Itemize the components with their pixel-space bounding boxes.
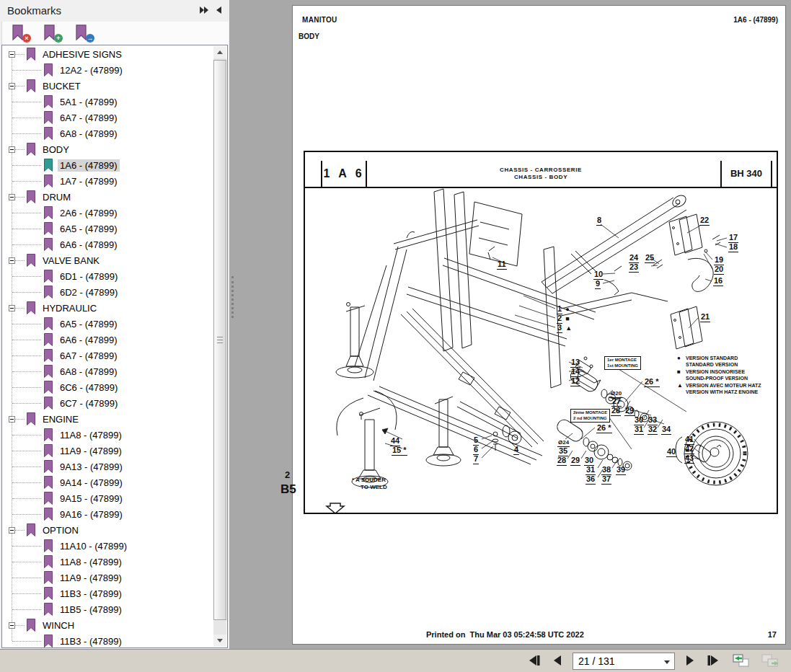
- bookmark-label[interactable]: 11A8 - (47899): [58, 556, 124, 568]
- bookmark-label[interactable]: OPTION: [40, 524, 81, 536]
- bookmark-label[interactable]: 9A13 - (47899): [58, 461, 125, 473]
- tree-scrollbar[interactable]: [213, 46, 226, 647]
- collapse-box-icon[interactable]: [9, 416, 15, 423]
- bookmark-label[interactable]: 11A9 - (47899): [58, 445, 124, 457]
- bookmark-label[interactable]: 11A8 - (47899): [58, 429, 124, 441]
- bookmark-label[interactable]: 6A5 - (47899): [58, 318, 120, 330]
- bookmark-item-row[interactable]: 6C7 - (47899): [2, 395, 213, 411]
- bookmark-section-row[interactable]: ENGINE: [2, 411, 213, 427]
- bookmark-label[interactable]: 11B5 - (47899): [58, 604, 124, 616]
- first-page-icon[interactable]: [525, 653, 544, 670]
- bookmark-item-row[interactable]: 6A5 - (47899): [2, 221, 213, 236]
- history-forward-icon[interactable]: [759, 653, 780, 670]
- history-back-icon[interactable]: [730, 653, 751, 670]
- bookmark-label[interactable]: 6A7 - (47899): [58, 350, 120, 362]
- scroll-up-icon[interactable]: [213, 46, 226, 58]
- bookmark-label[interactable]: 1A6 - (47899): [58, 159, 120, 172]
- bookmark-item-row[interactable]: 6A8 - (47899): [2, 125, 213, 141]
- bookmark-label[interactable]: BODY: [40, 143, 71, 156]
- bookmark-section-row[interactable]: BUCKET: [2, 78, 213, 94]
- bookmark-label[interactable]: 1A7 - (47899): [58, 175, 120, 187]
- bookmark-label[interactable]: 6A6 - (47899): [58, 239, 120, 251]
- bookmark-item-row[interactable]: 11A8 - (47899): [2, 554, 213, 570]
- collapse-all-icon[interactable]: [198, 5, 211, 17]
- bookmark-label[interactable]: 9A15 - (47899): [58, 492, 125, 505]
- bookmark-item-row[interactable]: 6A6 - (47899): [2, 236, 213, 252]
- bookmark-label[interactable]: 11B3 - (47899): [58, 588, 124, 600]
- hide-sidebar-icon[interactable]: [212, 5, 225, 17]
- bookmark-item-row[interactable]: 11A8 - (47899): [2, 427, 213, 443]
- bookmark-label[interactable]: 6A7 - (47899): [58, 112, 120, 124]
- bookmark-label[interactable]: WINCH: [40, 619, 76, 632]
- delete-bookmark-icon[interactable]: ×: [11, 24, 31, 43]
- bookmark-label[interactable]: 11B3 - (47899): [58, 635, 124, 647]
- bookmark-item-row[interactable]: 1A6 - (47899): [2, 157, 213, 173]
- bookmark-section-row[interactable]: WINCH: [2, 617, 213, 633]
- collapse-box-icon[interactable]: [9, 146, 15, 153]
- last-page-icon[interactable]: [704, 653, 722, 670]
- bookmark-item-row[interactable]: 9A15 - (47899): [2, 490, 213, 506]
- bookmark-item-row[interactable]: 11B3 - (47899): [2, 633, 213, 648]
- bookmark-section-row[interactable]: DRUM: [2, 189, 213, 205]
- bookmark-label[interactable]: 6C6 - (47899): [58, 381, 120, 394]
- bookmark-label[interactable]: ENGINE: [40, 413, 81, 425]
- bookmark-label[interactable]: VALVE BANK: [40, 255, 102, 267]
- scrollbar-thumb[interactable]: [213, 60, 226, 620]
- collapse-box-icon[interactable]: [9, 51, 15, 58]
- bookmark-item-row[interactable]: 6D2 - (47899): [2, 284, 213, 300]
- bookmark-item-row[interactable]: 6D1 - (47899): [2, 268, 213, 284]
- add-bookmark-icon[interactable]: +: [43, 24, 63, 43]
- collapse-box-icon[interactable]: [9, 305, 15, 311]
- collapse-box-icon[interactable]: [9, 527, 15, 534]
- previous-page-icon[interactable]: [549, 653, 567, 670]
- bookmark-label[interactable]: 5A1 - (47899): [58, 96, 120, 108]
- bookmark-section-row[interactable]: BODY: [2, 141, 213, 157]
- bookmark-item-row[interactable]: 5A1 - (47899): [2, 94, 213, 110]
- bookmark-section-row[interactable]: HYDRAULIC: [2, 300, 213, 316]
- bookmark-item-row[interactable]: 9A14 - (47899): [2, 474, 213, 490]
- bookmark-item-row[interactable]: 6A7 - (47899): [2, 110, 213, 125]
- bookmark-item-row[interactable]: 1A7 - (47899): [2, 173, 213, 189]
- bookmark-label[interactable]: 6A6 - (47899): [58, 334, 120, 346]
- bookmark-item-row[interactable]: 2A6 - (47899): [2, 205, 213, 221]
- bookmark-label[interactable]: 11A10 - (47899): [58, 540, 129, 552]
- collapse-box-icon[interactable]: [9, 622, 15, 629]
- bookmark-label[interactable]: 9A14 - (47899): [58, 477, 125, 489]
- bookmark-item-row[interactable]: 11A9 - (47899): [2, 443, 213, 459]
- bookmark-item-row[interactable]: 12A2 - (47899): [2, 62, 213, 78]
- bookmark-section-row[interactable]: VALVE BANK: [2, 252, 213, 268]
- bookmark-item-row[interactable]: 6A7 - (47899): [2, 348, 213, 363]
- bookmark-item-row[interactable]: 11A9 - (47899): [2, 570, 213, 585]
- bookmark-item-row[interactable]: 6A8 - (47899): [2, 363, 213, 379]
- bookmark-label[interactable]: 2A6 - (47899): [58, 207, 120, 219]
- bookmark-label[interactable]: ADHESIVE SIGNS: [40, 48, 124, 61]
- goto-bookmark-icon[interactable]: →: [74, 24, 94, 43]
- bookmark-item-row[interactable]: 6A6 - (47899): [2, 332, 213, 348]
- bookmark-item-row[interactable]: 11B5 - (47899): [2, 601, 213, 617]
- bookmark-item-row[interactable]: 11B3 - (47899): [2, 585, 213, 601]
- bookmark-item-row[interactable]: 11A10 - (47899): [2, 538, 213, 554]
- bookmark-label[interactable]: 6C7 - (47899): [58, 397, 120, 410]
- bookmark-section-row[interactable]: ADHESIVE SIGNS: [2, 46, 213, 62]
- bookmark-label[interactable]: 6A8 - (47899): [58, 366, 120, 378]
- bookmark-item-row[interactable]: 9A13 - (47899): [2, 459, 213, 474]
- bookmark-item-row[interactable]: 6C6 - (47899): [2, 379, 213, 395]
- bookmark-label[interactable]: DRUM: [40, 191, 73, 203]
- bookmark-item-row[interactable]: 6A5 - (47899): [2, 316, 213, 332]
- bookmark-label[interactable]: HYDRAULIC: [40, 302, 99, 314]
- bookmark-item-row[interactable]: 9A16 - (47899): [2, 506, 213, 522]
- bookmark-label[interactable]: 9A16 - (47899): [58, 508, 125, 521]
- bookmark-label[interactable]: BUCKET: [40, 80, 83, 92]
- bookmark-label[interactable]: 6D2 - (47899): [58, 286, 120, 299]
- bookmark-label[interactable]: 11A9 - (47899): [58, 572, 124, 584]
- scroll-down-icon[interactable]: [213, 635, 226, 647]
- next-page-icon[interactable]: [680, 653, 699, 670]
- bookmark-section-row[interactable]: OPTION: [2, 522, 213, 538]
- page-number-combobox[interactable]: 21 / 131: [573, 653, 675, 670]
- collapse-box-icon[interactable]: [9, 257, 15, 264]
- sidebar-splitter[interactable]: [231, 276, 236, 318]
- collapse-box-icon[interactable]: [9, 83, 15, 89]
- bookmark-label[interactable]: 6A5 - (47899): [58, 223, 120, 235]
- bookmark-label[interactable]: 6A8 - (47899): [58, 128, 120, 140]
- bookmark-label[interactable]: 12A2 - (47899): [58, 64, 125, 76]
